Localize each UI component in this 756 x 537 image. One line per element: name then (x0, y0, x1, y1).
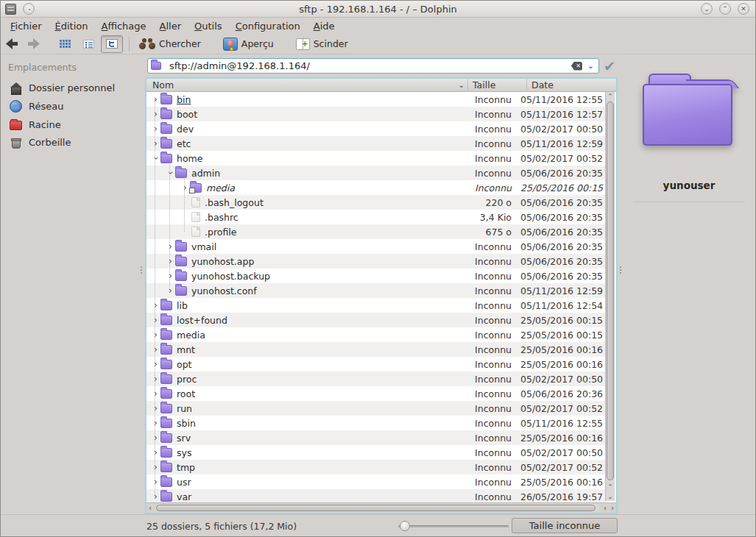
table-row[interactable]: › proc Inconnu 05/02/2017 00:50 (146, 371, 606, 386)
tree-view-button[interactable] (101, 35, 123, 53)
scroll-right-icon[interactable]: › (609, 504, 616, 512)
table-row[interactable]: › etc Inconnu 05/11/2016 12:59 (146, 136, 606, 151)
sidebar-item-root[interactable]: Racine (1, 115, 138, 133)
details-view-button[interactable] (77, 35, 99, 53)
location-bar[interactable]: sftp://admin@192.168.1.164/ ⌄ (147, 58, 599, 74)
table-row[interactable]: › lost+found Inconnu 25/05/2016 00:15 (146, 313, 606, 327)
file-name[interactable]: lost+found (177, 315, 457, 326)
file-name[interactable]: sys (177, 447, 457, 458)
expander-icon[interactable]: › (151, 330, 160, 339)
file-name[interactable]: yunohost.conf (191, 285, 457, 296)
search-button[interactable]: Chercher (135, 37, 205, 51)
split-button[interactable]: Scinder (292, 37, 352, 51)
table-row[interactable]: .profile 675 o 05/06/2016 20:35 (146, 224, 606, 239)
file-name[interactable]: usr (177, 477, 457, 488)
hscroll-track[interactable] (155, 504, 600, 512)
file-name[interactable]: yunohost.backup (191, 271, 457, 282)
table-row[interactable]: › sys Inconnu 05/02/2017 00:50 (146, 445, 606, 460)
file-name[interactable]: boot (177, 109, 457, 120)
file-name[interactable]: root (177, 388, 457, 399)
minimize-icon[interactable]: ⌄ (701, 3, 713, 15)
expander-icon[interactable]: › (151, 389, 160, 398)
expander-icon[interactable]: › (151, 360, 160, 369)
table-row[interactable]: › lib Inconnu 05/11/2016 12:54 (146, 298, 606, 313)
file-name[interactable]: media (177, 330, 457, 341)
scroll-up-icon[interactable]: ⌃ (606, 92, 615, 101)
file-name[interactable]: yunohost.app (191, 256, 457, 267)
menu-edition[interactable]: Édition (49, 19, 95, 33)
scroll-left-icon[interactable]: ‹ (601, 504, 609, 512)
file-name[interactable]: media (206, 182, 457, 193)
zoom-slider-knob[interactable] (400, 521, 410, 531)
table-row[interactable]: › yunohost.conf Inconnu 05/11/2016 12:59 (146, 283, 606, 298)
zoom-slider-track[interactable] (398, 525, 509, 527)
file-name[interactable]: sbin (177, 418, 457, 429)
scroll-left-icon[interactable]: ‹ (146, 504, 154, 512)
title-bar[interactable]: sftp - 192.168.1.164 - / – Dolphin ⌄ ⌃ ✕ (1, 1, 755, 18)
file-name[interactable]: .bashrc (205, 212, 457, 223)
file-name[interactable]: dev (177, 124, 457, 135)
table-row[interactable]: › media Inconnu 25/05/2016 00:15 (146, 180, 606, 195)
menu-outils[interactable]: Outils (188, 19, 229, 33)
sidebar-item-home[interactable]: Dossier personnel (1, 79, 138, 97)
chevron-down-icon[interactable]: ⌄ (586, 61, 596, 71)
expander-icon[interactable]: › (151, 110, 160, 118)
back-icon[interactable] (5, 38, 21, 50)
expander-icon[interactable]: › (151, 463, 160, 472)
table-row[interactable]: › opt Inconnu 25/05/2016 00:16 (146, 357, 606, 371)
expander-icon[interactable]: › (166, 168, 175, 178)
scroll-down-icon[interactable]: ⌄ (606, 492, 615, 501)
maximize-icon[interactable]: ⌃ (719, 3, 731, 15)
file-name[interactable]: tmp (177, 462, 457, 473)
column-size[interactable]: Taille (467, 79, 526, 90)
table-row[interactable]: › mnt Inconnu 25/05/2016 00:16 (146, 342, 606, 357)
expander-icon[interactable]: › (151, 374, 160, 383)
expander-icon[interactable]: › (151, 477, 160, 486)
table-row[interactable]: › admin Inconnu 05/06/2016 20:35 (146, 166, 606, 180)
table-row[interactable]: › run Inconnu 05/02/2017 00:52 (146, 401, 606, 416)
sidebar-item-trash[interactable]: Corbeille (1, 133, 138, 152)
table-row[interactable]: › bin Inconnu 05/11/2016 12:55 (146, 92, 606, 107)
table-row[interactable]: › srv Inconnu 25/05/2016 00:16 (146, 430, 606, 445)
expander-icon[interactable]: › (151, 492, 160, 501)
file-name[interactable]: bin (177, 94, 457, 105)
column-name[interactable]: Nom ⌄ (146, 79, 467, 90)
menu-aller[interactable]: Aller (153, 19, 188, 33)
expander-icon[interactable]: › (151, 404, 160, 413)
expander-icon[interactable]: › (151, 316, 160, 324)
horizontal-scrollbar[interactable]: ‹ ‹ › (146, 502, 616, 513)
table-row[interactable]: › media Inconnu 25/05/2016 00:15 (146, 327, 606, 342)
file-name[interactable]: srv (177, 433, 457, 444)
expander-icon[interactable]: › (152, 154, 160, 163)
preview-button[interactable]: Aperçu (219, 36, 278, 52)
forward-icon[interactable] (24, 38, 40, 50)
file-name[interactable]: home (177, 153, 457, 164)
file-name[interactable]: vmail (191, 241, 457, 252)
expander-icon[interactable]: › (166, 242, 175, 251)
clear-location-icon[interactable] (571, 62, 582, 71)
menu-aide[interactable]: Aide (307, 19, 342, 33)
table-row[interactable]: › yunohost.backup Inconnu 05/06/2016 20:… (146, 268, 606, 283)
table-row[interactable]: .bashrc 3,4 Kio 05/06/2016 20:35 (146, 210, 606, 224)
file-name[interactable]: .bash_logout (205, 197, 457, 208)
file-name[interactable]: opt (177, 359, 457, 370)
menu-affichage[interactable]: Affichage (94, 19, 152, 33)
table-row[interactable]: › vmail Inconnu 05/06/2016 20:35 (146, 239, 606, 254)
sidebar-item-network[interactable]: Réseau (1, 97, 138, 115)
expander-icon[interactable]: › (166, 257, 175, 266)
table-row[interactable]: › dev Inconnu 05/02/2017 00:50 (146, 121, 606, 136)
expander-icon[interactable]: › (151, 419, 160, 427)
menu-configuration[interactable]: Configuration (229, 19, 307, 33)
table-row[interactable]: › usr Inconnu 25/05/2016 00:16 (146, 474, 606, 489)
table-row[interactable]: .bash_logout 220 o 05/06/2016 20:35 (146, 195, 606, 210)
file-name[interactable]: lib (177, 300, 457, 311)
vscroll-thumb[interactable] (607, 102, 614, 480)
expander-icon[interactable]: › (166, 271, 175, 280)
expander-icon[interactable]: › (151, 301, 160, 310)
zoom-slider[interactable] (398, 521, 509, 531)
column-date[interactable]: Date (526, 79, 616, 90)
file-name[interactable]: var (177, 491, 457, 502)
table-row[interactable]: › var Inconnu 26/05/2016 19:57 (146, 489, 606, 502)
location-url[interactable]: sftp://admin@192.168.1.164/ (169, 60, 568, 71)
menu-fichier[interactable]: Fichier (4, 19, 49, 33)
